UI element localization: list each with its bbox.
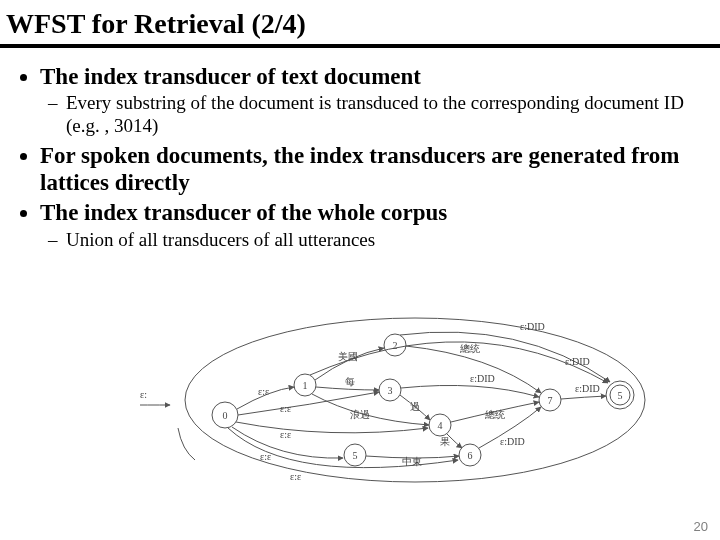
label-edge-2-7: 總统: [459, 343, 480, 354]
edge-1-3: [316, 387, 379, 390]
label-edge-0-4: ε:ε: [280, 429, 291, 440]
bullet-list: The index transducer of text document Ev…: [18, 64, 702, 251]
slide-title: WFST for Retrieval (2/4): [0, 0, 720, 44]
label-edge-0-1: ε:ε: [258, 386, 269, 397]
label-edge-0-5: ε:ε: [260, 451, 271, 462]
label-node-final: 5: [618, 390, 623, 401]
label-edge-into: ε:: [140, 389, 147, 400]
label-edge-6-7: ε:DID: [500, 436, 525, 447]
label-node-3: 3: [388, 385, 393, 396]
bullet-1: The index transducer of text document Ev…: [40, 64, 702, 137]
label-edge-4-7: 總统: [484, 409, 505, 420]
label-node-5: 5: [353, 450, 358, 461]
bullet-3-sub: Union of all transducers of all utteranc…: [40, 229, 702, 251]
transducer-figure: 0 0 1 2 3 4 5 6 7 5 ε: ε:ε ε:ε ε:ε ε:ε ε…: [140, 310, 660, 490]
transducer-svg: 0 0 1 2 3 4 5 6 7 5 ε: ε:ε ε:ε ε:ε ε:ε ε…: [140, 310, 660, 490]
label-node-6: 6: [468, 450, 473, 461]
label-node-2: 2: [393, 340, 398, 351]
bullet-3-text: The index transducer of the whole corpus: [40, 200, 447, 225]
bullet-1-1: Every substring of the document is trans…: [66, 92, 702, 137]
label-node-1: 1: [303, 380, 308, 391]
edge-3-7: [401, 385, 539, 397]
edge-7-final: [561, 396, 606, 399]
bullet-1-text: The index transducer of text document: [40, 64, 421, 89]
bullet-3: The index transducer of the whole corpus…: [40, 200, 702, 251]
label-edge-7-final: ε:DID: [575, 383, 600, 394]
page-number: 20: [694, 519, 708, 534]
label-edge-1-4: 浪過: [350, 409, 370, 420]
label-node-0: 0: [223, 410, 228, 421]
cluster-hint: [178, 428, 195, 460]
label-edge-3-7: ε:DID: [470, 373, 495, 384]
label-edge-4-6: 果: [440, 436, 450, 447]
label-node-4: 4: [438, 420, 443, 431]
label-edge-0-3: ε:ε: [280, 403, 291, 414]
label-edge-5-6: 中東: [402, 456, 422, 467]
label-edge-1-2: 美國: [338, 351, 358, 362]
label-top-did: ε:DID: [520, 321, 545, 332]
slide-body: The index transducer of text document Ev…: [0, 48, 720, 251]
label-top-did2: ε:DID: [565, 356, 590, 367]
bullet-2: For spoken documents, the index transduc…: [40, 143, 702, 196]
label-node-7: 7: [548, 395, 553, 406]
label-edge-3-4: 過: [410, 401, 420, 412]
edge-0-4: [236, 422, 428, 433]
slide: WFST for Retrieval (2/4) The index trans…: [0, 0, 720, 540]
label-edge-1-3: 每: [345, 376, 355, 387]
bullet-3-1: Union of all transducers of all utteranc…: [66, 229, 702, 251]
label-edge-0-6: ε:ε: [290, 471, 301, 482]
bullet-1-sub: Every substring of the document is trans…: [40, 92, 702, 137]
